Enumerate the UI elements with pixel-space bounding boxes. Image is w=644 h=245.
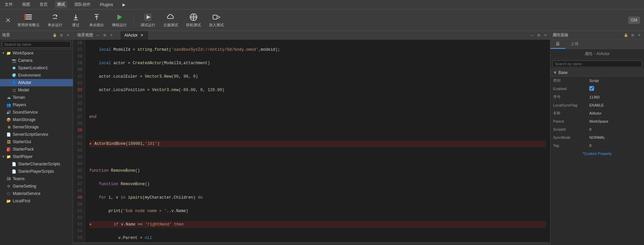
prop-section-label: Base [558, 70, 568, 75]
tree-item-spawnloc[interactable]: ⬟ SpawnLocation1 [0, 64, 73, 72]
tree-label-terrain: Terrain [13, 95, 25, 100]
properties-panel-lock-btn[interactable]: 🔒 [623, 33, 629, 38]
sceneview-close-btn[interactable]: ✕ [109, 33, 114, 38]
properties-panel-title: 属性面板 [552, 32, 622, 38]
toolbar-close-btn[interactable] [4, 17, 12, 23]
tree-item-mainstorage[interactable]: 📦 MainStorage [0, 116, 73, 123]
tree-item-serverscriptservice[interactable]: 📄 ServerScriptService [0, 131, 73, 138]
tree-icon-starterpack: 🎒 [6, 147, 11, 152]
tree-item-startplayer[interactable]: ▼ 📁 StartPlayer [0, 153, 73, 160]
prop-tab-upload[interactable]: 上传 [565, 40, 584, 49]
tabs-bar: 场景视图 — ⊞ ✕ AIActor ✕ — ⊞ ✕ [73, 31, 550, 40]
menu-plugins[interactable]: Plugins [98, 2, 115, 8]
prop-tab-cloud[interactable]: 云 [550, 40, 565, 49]
prop-value-name: AIActor [587, 110, 644, 117]
toolbar-disable-breakpoints[interactable]: 禁用所有断点 [15, 11, 42, 29]
tree-item-starterpack[interactable]: 🎒 StarterPack [0, 146, 73, 153]
prop-value-tag: 0 [587, 142, 644, 149]
editor-expand-btn[interactable]: ⊞ [536, 33, 541, 38]
code-editor[interactable]: 2627282930 3132333435 3637383940 4142434… [73, 40, 550, 245]
menu-bar: 文件 视图 首页 测试 团队创作 Plugins ▶ [0, 0, 644, 9]
tree-item-startergui[interactable]: 🖼 StarterGui [0, 138, 73, 146]
tree-label-materialservice: MaterialService [13, 191, 41, 196]
prop-label-seqnum: 序号 [550, 93, 587, 101]
tab-aiactor[interactable]: AIActor ✕ [120, 31, 149, 40]
tab-aiactor-close[interactable]: ✕ [140, 33, 144, 38]
tree-label-mainstorage: MainStorage [13, 117, 36, 122]
scene-search-box [0, 40, 73, 49]
properties-search-box [550, 59, 644, 69]
tree-item-localfirst[interactable]: 📂 LocalFirst [0, 197, 73, 205]
svg-point-7 [24, 18, 26, 20]
tree-item-materialservice[interactable]: ⬡ MaterialService [0, 190, 73, 197]
code-line-27: local actor = CreatedActor(ModelId,attac… [89, 60, 546, 67]
tree-item-serverstorage[interactable]: 🖥 ServerStorage [0, 123, 73, 131]
tree-item-starterplayerscripts[interactable]: 📄 StarterPlayerScripts [0, 168, 73, 175]
properties-panel-close-btn[interactable]: ✕ [637, 33, 642, 38]
tree-label-spawnloc: SpawnLocation1 [18, 66, 48, 70]
gm-button[interactable]: GM [628, 16, 640, 24]
code-line-36: function RemoveBone() [89, 181, 546, 188]
tree-icon-model: ◻ [11, 87, 17, 93]
tree-label-starterpack: StarterPack [13, 147, 34, 152]
tree-label-startergui: StarterGui [13, 139, 31, 144]
toolbar-step-into[interactable]: 逐过 [68, 11, 84, 29]
menu-home[interactable]: 首页 [38, 1, 50, 8]
prop-row-seqnum: 序号 11360 [550, 93, 644, 101]
tab-sceneview[interactable]: 场景视图 — ⊞ ✕ [73, 31, 120, 40]
tree-item-players[interactable]: 👥 Players [0, 101, 73, 109]
prop-value-enabled [587, 85, 644, 93]
tree-item-aiactor[interactable]: 👤 AIActor [0, 79, 73, 86]
properties-panel-expand-btn[interactable]: ⊞ [630, 33, 635, 38]
prop-section-arrow: ▼ [553, 70, 557, 75]
toolbar-debug-run[interactable]: 调试运行 [138, 11, 158, 29]
scene-panel-copy-btn[interactable]: ⊞ [59, 33, 64, 38]
code-lines[interactable]: local ModelId = string.format('sandboxSy… [85, 40, 550, 242]
tree-item-environment[interactable]: 🌍 Environment [0, 72, 73, 79]
prop-row-localsyncflag: LocalSyncFlag ENABLE [550, 101, 644, 109]
tree-icon-serverstorage: 🖥 [6, 124, 11, 130]
editor-minimize-btn[interactable]: — [529, 33, 535, 38]
menu-view[interactable]: 视图 [20, 1, 32, 8]
sceneview-expand-btn[interactable]: ⊞ [102, 33, 107, 38]
tree-item-model[interactable]: ◻ Model [0, 86, 73, 94]
prop-row-tag: Tag 0 [550, 141, 644, 150]
tree-item-workspace[interactable]: ▼ 📁 WorkSpace [0, 49, 73, 57]
svg-rect-18 [213, 15, 217, 19]
tree-icon-workspace: 📁 [6, 50, 11, 56]
code-line-32 [89, 127, 546, 134]
menu-file[interactable]: 文件 [3, 1, 15, 8]
toolbar-step-out[interactable]: 单步跳出 [87, 11, 107, 29]
toolbar-cloud-test[interactable]: 云服测试 [161, 11, 181, 29]
toolbar-network-test[interactable]: 联机测试 [183, 11, 204, 29]
code-content: 2627282930 3132333435 3637383940 4142434… [73, 40, 550, 242]
toolbar-join-test[interactable]: 加入测试 [206, 11, 226, 29]
prop-checkbox-enabled[interactable] [589, 86, 594, 91]
tree-item-soundservice[interactable]: 🔊 SoundService [0, 109, 73, 116]
scene-panel-lock-btn[interactable]: 🔒 [52, 33, 57, 38]
tree-item-camera[interactable]: 📷 Camera [0, 57, 73, 64]
toolbar-continue[interactable]: 继续运行 [109, 11, 129, 29]
properties-search-input[interactable] [552, 60, 642, 67]
tree-item-teams[interactable]: 👫 Teams [0, 175, 73, 182]
sceneview-minimize-btn[interactable]: — [95, 33, 101, 38]
custom-property-btn[interactable]: *Custom Property [550, 150, 644, 158]
code-line-28: actor.LocalEuler = Vector3.New(90, 90, 0… [89, 73, 546, 80]
tree-item-gamesetting[interactable]: ⚙ GameSetting [0, 182, 73, 190]
menu-play-icon[interactable]: ▶ [120, 2, 127, 8]
menu-team[interactable]: 团队创作 [72, 1, 93, 8]
tree-icon-aiactor: 👤 [11, 80, 17, 85]
tree-label-starterplayerscripts: StarterPlayerScripts [18, 169, 54, 174]
scrollbar-h[interactable] [73, 242, 550, 245]
tree-item-startercharscripts[interactable]: 📄 StarterCharacterScripts [0, 160, 73, 168]
prop-label-syncmode: SyncMode [550, 134, 587, 141]
properties-panel: 属性面板 🔒 ⊞ ✕ 云 上传 属性 - AIActor ▼ Base 类别 S… [550, 31, 644, 245]
scene-search-input[interactable] [2, 41, 71, 48]
toolbar-step-over[interactable]: 单步运行 [45, 11, 65, 29]
scene-panel-header: 场景 🔒 ⊞ ✕ [0, 31, 73, 40]
editor-close-btn[interactable]: ✕ [543, 33, 548, 38]
svg-marker-13 [117, 14, 122, 20]
scene-panel-close-btn[interactable]: ✕ [65, 33, 71, 38]
tree-item-terrain[interactable]: ⛰ Terrain [0, 94, 73, 101]
menu-test[interactable]: 测试 [55, 1, 67, 8]
